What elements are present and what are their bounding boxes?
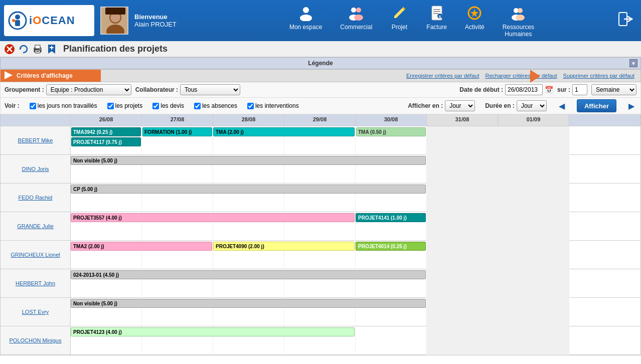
date-header-4: 30/08 bbox=[356, 114, 427, 126]
event-projet4090[interactable]: PROJET4090 (2.00 j) bbox=[213, 242, 355, 251]
bebert-day-5 bbox=[427, 126, 498, 155]
names-column: BEBERT Mike DINO Joris FEDO Rachid GRAND… bbox=[1, 114, 71, 355]
grande-day-6 bbox=[498, 212, 569, 241]
fedo-link[interactable]: FEDO Rachid bbox=[19, 195, 53, 201]
event-projet4117[interactable]: PROJET4117 (0.75 j) bbox=[71, 137, 141, 146]
cb-les-interventions[interactable] bbox=[247, 103, 254, 109]
legend-bar: Légende ▼ bbox=[0, 57, 641, 69]
nav-item-activite[interactable]: Activité bbox=[456, 1, 494, 41]
voir-interventions-label: les interventions bbox=[255, 102, 299, 109]
svg-point-28 bbox=[516, 15, 525, 21]
delete-criteria-link[interactable]: Supprimer critères par défaut bbox=[563, 73, 634, 79]
name-cell-polochon: POLOCHON Minigus bbox=[1, 326, 70, 355]
voir-jours-non-travailles: les jours non travaillés bbox=[30, 102, 97, 109]
criteria-bar: Critères d'affichage Enregistrer critère… bbox=[0, 69, 641, 82]
row-polochon: PROJET4123 (4.00 j) bbox=[71, 326, 640, 355]
nav-item-projet[interactable]: Projet bbox=[381, 1, 417, 41]
event-non-visible-lost[interactable]: Non visible (5.00 j) bbox=[71, 299, 426, 308]
reload-criteria-link[interactable]: Recharger critères par défaut bbox=[485, 73, 557, 79]
svg-point-12 bbox=[356, 8, 361, 13]
logout-button[interactable] bbox=[614, 8, 637, 34]
dino-link[interactable]: DINO Joris bbox=[22, 166, 49, 172]
lost-day-extra bbox=[569, 298, 640, 326]
cb-les-projets[interactable] bbox=[107, 103, 114, 109]
voir-label: Voir : bbox=[5, 102, 20, 109]
herbert-day-extra bbox=[569, 269, 640, 298]
criteria-toggle-icon[interactable] bbox=[5, 71, 13, 81]
calendar-grid: 26/08 27/08 28/08 29/08 30/08 31/08 01/0… bbox=[71, 114, 640, 355]
event-cp-fedo[interactable]: CP (5.00 j) bbox=[71, 185, 426, 194]
lost-link[interactable]: LOST Evry bbox=[22, 309, 49, 315]
event-tma3942[interactable]: TMA3942 (0.25 j) bbox=[71, 127, 141, 136]
collaborateur-select[interactable]: TousBEBERT MikeDINO Joris bbox=[180, 84, 240, 95]
svg-text:$: $ bbox=[438, 15, 441, 19]
grande-day-5 bbox=[427, 212, 498, 241]
name-cell-dino: DINO Joris bbox=[1, 155, 70, 184]
nav-label-activite: Activité bbox=[465, 24, 485, 31]
legend-label: Légende bbox=[308, 60, 333, 67]
dino-day-5 bbox=[427, 155, 498, 184]
filter-row-2: Voir : les jours non travaillés les proj… bbox=[0, 98, 641, 114]
date-debut-input[interactable] bbox=[505, 84, 543, 95]
close-button[interactable] bbox=[4, 44, 15, 55]
logo: iOCEAN bbox=[4, 5, 94, 36]
criteria-label: Critères d'affichage bbox=[17, 72, 73, 79]
nav-item-ressources-humaines[interactable]: Ressources Humaines bbox=[494, 1, 543, 41]
event-024-2013-01[interactable]: 024-2013-01 (4.50 j) bbox=[71, 270, 426, 279]
event-tma2[interactable]: TMA2 (2.00 j) bbox=[71, 242, 212, 251]
event-tma-2.00[interactable]: TMA (2.00 j) bbox=[213, 127, 355, 136]
grande-link[interactable]: GRANDE Julie bbox=[17, 223, 54, 229]
duree-en-select[interactable]: JourHeure bbox=[517, 100, 547, 111]
grincheux-link[interactable]: GRINCHEUX Lionel bbox=[11, 252, 60, 258]
cb-jours-non-travailles[interactable] bbox=[30, 103, 36, 109]
grincheux-day-5 bbox=[427, 241, 498, 269]
bebert-day-extra bbox=[569, 126, 640, 155]
cb-les-devis[interactable] bbox=[152, 103, 159, 109]
name-cell-lost: LOST Evry bbox=[1, 298, 70, 326]
event-projet3557[interactable]: PROJET3557 (4.00 j) bbox=[71, 213, 355, 222]
save-criteria-link[interactable]: Enregistrer critères par défaut bbox=[406, 73, 479, 79]
grincheux-day-6 bbox=[498, 241, 569, 269]
prev-week-button[interactable]: ◀ bbox=[557, 100, 567, 112]
criteria-actions: Enregistrer critères par défaut Recharge… bbox=[406, 73, 636, 79]
polochon-link[interactable]: POLOCHON Minigus bbox=[10, 337, 62, 343]
polochon-day-5 bbox=[427, 326, 498, 355]
event-projet4014[interactable]: PROJET4014 (0.25 j) bbox=[356, 242, 426, 251]
svg-point-3 bbox=[12, 19, 15, 22]
event-projet4141[interactable]: PROJET4141 (1.00 j) bbox=[356, 213, 426, 222]
event-non-visible-dino[interactable]: Non visible (5.00 j) bbox=[71, 156, 426, 165]
voir-group: Voir : bbox=[5, 102, 20, 109]
commercial-icon bbox=[347, 4, 365, 22]
event-projet4123[interactable]: PROJET4123 (4.00 j) bbox=[71, 327, 355, 336]
event-tma-0.50[interactable]: TMA (0.50 j) bbox=[356, 127, 426, 136]
groupement-select[interactable]: Equipe : ProductionTousEquipe : Dev bbox=[46, 84, 131, 95]
afficher-button[interactable]: Afficher bbox=[577, 99, 616, 112]
afficher-en-select[interactable]: JourHeure bbox=[445, 100, 475, 111]
legend-dropdown-button[interactable]: ▼ bbox=[629, 59, 637, 67]
svg-rect-21 bbox=[433, 13, 438, 14]
semaine-select[interactable]: JourSemaineMois bbox=[591, 84, 636, 95]
groupement-label: Groupement : bbox=[5, 86, 44, 93]
voir-absences-label: les absences bbox=[202, 102, 237, 109]
print-button[interactable] bbox=[32, 44, 43, 55]
bebert-day-0: TMA3942 (0.25 j) PROJET4117 (0.75 j) bbox=[71, 126, 142, 155]
refresh-button[interactable] bbox=[18, 44, 29, 55]
nav-item-facture[interactable]: $ Facture bbox=[417, 1, 456, 41]
row-grande: PROJET3557 (4.00 j) PROJET4141 (1.00 j) bbox=[71, 212, 640, 241]
herbert-link[interactable]: HERBERT John bbox=[16, 280, 55, 286]
svg-point-39 bbox=[40, 49, 41, 50]
event-formation[interactable]: FORMATION (1.00 j) bbox=[142, 127, 212, 136]
bebert-day-1: FORMATION (1.00 j) bbox=[142, 126, 213, 155]
nav-item-commercial[interactable]: Commercial bbox=[331, 1, 381, 41]
svg-point-14 bbox=[354, 15, 363, 21]
lost-day-6 bbox=[498, 298, 569, 326]
nav-item-mon-espace[interactable]: Mon espace bbox=[280, 1, 331, 41]
svg-rect-2 bbox=[15, 20, 20, 26]
sur-input[interactable] bbox=[572, 84, 587, 95]
calendar-icon[interactable]: 📅 bbox=[545, 86, 553, 94]
next-week-button[interactable]: ▶ bbox=[626, 100, 636, 112]
cb-les-absences[interactable] bbox=[194, 103, 201, 109]
bebert-link[interactable]: BEBERT Mike bbox=[18, 137, 53, 143]
herbert-day-5 bbox=[427, 269, 498, 298]
nav-label-projet: Projet bbox=[392, 24, 407, 31]
